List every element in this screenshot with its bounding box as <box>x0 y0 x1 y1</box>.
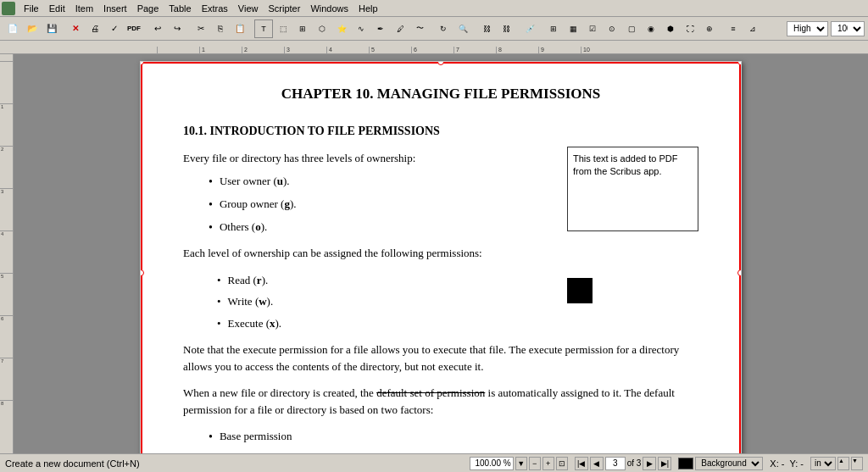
zoom-input[interactable] <box>470 457 514 470</box>
unit-up-button[interactable]: ▲ <box>837 457 849 470</box>
annotation-text-box[interactable]: This text is added to PDF from the Scrib… <box>567 147 698 231</box>
list-item: Read (r). <box>217 272 698 289</box>
zoom-button[interactable]: 🔍 <box>453 19 472 38</box>
menu-scripter[interactable]: Scripter <box>263 2 305 15</box>
page-number-input[interactable] <box>605 457 626 470</box>
bg-color-swatch[interactable] <box>678 458 693 469</box>
unlink-frames-button[interactable]: ⛓ <box>497 19 515 38</box>
list-item-text: Group owner (g). <box>220 196 297 213</box>
list-item-text: Base permission <box>220 428 292 445</box>
new-doc-button[interactable]: 📄 <box>3 19 22 38</box>
ruler-h-tick: 4 <box>326 47 369 53</box>
menu-table[interactable]: Table <box>164 2 196 15</box>
tb-icon2[interactable]: ▦ <box>564 19 582 38</box>
ruler-v-tick: 7 <box>0 358 13 400</box>
main-area: 1 2 3 4 5 6 7 8 CHAPTER 10. MANAGING FIL… <box>0 54 868 453</box>
canvas-area[interactable]: CHAPTER 10. MANAGING FILE PERMISSIONS 10… <box>14 54 868 453</box>
tb-icon7[interactable]: ⬢ <box>661 19 680 38</box>
link-frames-button[interactable]: ⛓ <box>477 19 496 38</box>
text-frame-button[interactable]: T <box>254 19 273 38</box>
list-item: Base permission <box>209 428 698 446</box>
ruler-h-tick <box>157 47 199 53</box>
ruler-h-tick: 9 <box>538 47 581 53</box>
handle-mr[interactable] <box>737 269 742 276</box>
quality-select[interactable]: High <box>787 21 828 36</box>
handle-ml[interactable] <box>140 269 144 276</box>
menu-windows[interactable]: Windows <box>305 2 353 15</box>
list-item: Write (w). <box>217 293 698 310</box>
image-frame-button[interactable]: ⬚ <box>274 19 292 38</box>
unit-down-button[interactable]: ▼ <box>851 457 863 470</box>
black-square[interactable] <box>567 278 593 303</box>
ruler-h-tick: 3 <box>284 47 326 53</box>
eyedropper-button[interactable]: 💉 <box>520 19 539 38</box>
print-button[interactable]: 🖨 <box>86 19 104 38</box>
permissions-list: Read (r). Write (w). Execute (x). <box>217 272 698 332</box>
toolbar: 📄 📂 💾 ✕ 🖨 ✓ PDF ↩ ↪ ✂ ⎘ 📋 T ⬚ ⊞ ⬡ ⭐ ∿ ✒ … <box>0 17 868 41</box>
annotation-text: This text is added to PDF from the Scrib… <box>573 153 678 176</box>
close-button[interactable]: ✕ <box>66 19 85 38</box>
undo-button[interactable]: ↩ <box>148 19 167 38</box>
freehand-button[interactable]: 〜 <box>410 19 429 38</box>
unit-dropdown[interactable]: in <box>810 457 836 470</box>
polygon-button[interactable]: ⭐ <box>332 19 351 38</box>
page-navigation: |◀ ◀ of 3 ▶ ▶| <box>575 457 672 470</box>
list-item-text: Others (o). <box>220 219 267 236</box>
ruler-v-tick: 2 <box>0 146 13 188</box>
section-title: 10.1. INTRODUCTION TO FILE PERMISSIONS <box>183 122 698 140</box>
prev-page-button[interactable]: ◀ <box>590 457 604 470</box>
tb-icon5[interactable]: ▢ <box>622 19 641 38</box>
background-selector: Background <box>678 457 763 470</box>
list-item-text: Write (w). <box>228 293 274 310</box>
x-coord-label: X: - <box>770 458 784 469</box>
zoom-in-button[interactable]: + <box>542 457 554 470</box>
tb-icon10[interactable]: ≡ <box>724 19 743 38</box>
tb-icon11[interactable]: ⊿ <box>743 19 762 38</box>
paste-button[interactable]: 📋 <box>231 19 249 38</box>
menu-page[interactable]: Page <box>132 2 164 15</box>
last-page-button[interactable]: ▶| <box>658 457 671 470</box>
copy-button[interactable]: ⎘ <box>211 19 230 38</box>
shape-button[interactable]: ⬡ <box>313 19 331 38</box>
tb-icon8[interactable]: ⛶ <box>681 19 699 38</box>
zoom-out-button[interactable]: − <box>529 457 541 470</box>
horizontal-ruler: 1 2 3 4 5 6 7 8 9 10 <box>0 41 868 54</box>
tb-icon4[interactable]: ⊙ <box>603 19 621 38</box>
tb-icon1[interactable]: ⊞ <box>544 19 563 38</box>
ruler-v-tick: 1 <box>0 103 13 146</box>
ruler-v-tick: 4 <box>0 230 13 273</box>
quality-pct-select[interactable]: 100% <box>831 21 865 36</box>
pdf-button[interactable]: PDF <box>125 19 143 38</box>
next-page-button[interactable]: ▶ <box>643 457 656 470</box>
handle-tc[interactable] <box>437 61 444 65</box>
zoom-down-button[interactable]: ▼ <box>515 457 527 470</box>
menu-file[interactable]: File <box>19 2 44 15</box>
ruler-h-tick: 5 <box>369 47 411 53</box>
menu-insert[interactable]: Insert <box>98 2 132 15</box>
pen-button[interactable]: 🖊 <box>391 19 409 38</box>
preflight-button[interactable]: ✓ <box>105 19 124 38</box>
menu-edit[interactable]: Edit <box>44 2 70 15</box>
open-button[interactable]: 📂 <box>23 19 42 38</box>
calligraphic-button[interactable]: ✒ <box>371 19 390 38</box>
document-page[interactable]: CHAPTER 10. MANAGING FILE PERMISSIONS 10… <box>140 61 742 453</box>
note-paragraph: Note that the execute permission for a f… <box>183 342 698 375</box>
handle-tr[interactable] <box>737 61 742 65</box>
cut-button[interactable]: ✂ <box>192 19 210 38</box>
menu-help[interactable]: Help <box>353 2 383 15</box>
first-page-button[interactable]: |◀ <box>575 457 588 470</box>
bezier-button[interactable]: ∿ <box>352 19 370 38</box>
redo-button[interactable]: ↪ <box>168 19 186 38</box>
menu-extras[interactable]: Extras <box>197 2 233 15</box>
save-button[interactable]: 💾 <box>42 19 61 38</box>
tb-icon6[interactable]: ◉ <box>642 19 660 38</box>
tb-icon3[interactable]: ☑ <box>583 19 602 38</box>
bg-layer-dropdown[interactable]: Background <box>695 457 763 470</box>
tb-icon9[interactable]: ⊕ <box>700 19 719 38</box>
zoom-fit-button[interactable]: ⊡ <box>556 457 568 470</box>
menu-item[interactable]: Item <box>70 2 98 15</box>
rotate-button[interactable]: ↻ <box>434 19 453 38</box>
menu-view[interactable]: View <box>233 2 264 15</box>
table-button[interactable]: ⊞ <box>293 19 312 38</box>
handle-tl[interactable] <box>140 61 144 65</box>
